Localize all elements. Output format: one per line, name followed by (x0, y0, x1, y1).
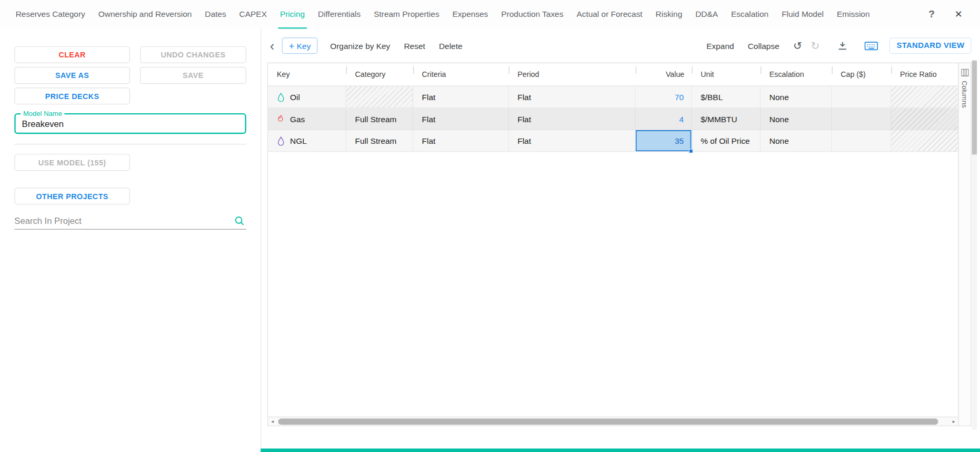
column-header-period[interactable]: Period (509, 63, 636, 86)
cell-value[interactable]: 4 (636, 108, 692, 129)
horizontal-scroll-track[interactable] (277, 417, 949, 426)
grid-row-gas: Gas Full Stream Flat Flat 4 $/MMBTU None (268, 108, 958, 130)
cell-unit[interactable]: $/BBL (692, 86, 761, 107)
tab-risking[interactable]: Risking (650, 0, 688, 29)
search-input[interactable] (14, 212, 246, 229)
cell-price-ratio[interactable] (891, 130, 958, 151)
tab-dates[interactable]: Dates (199, 0, 232, 29)
app-window: Reserves Category Ownership and Reversio… (0, 0, 980, 452)
cell-unit[interactable]: % of Oil Price (692, 130, 761, 151)
tab-expenses[interactable]: Expenses (447, 0, 494, 29)
price-decks-button[interactable]: PRICE DECKS (14, 87, 130, 104)
cell-escalation[interactable]: None (761, 108, 832, 129)
window-controls: ? ✕ (928, 0, 963, 29)
redo-icon[interactable]: ↻ (811, 41, 819, 51)
reset-button[interactable]: Reset (399, 41, 430, 51)
column-header-category[interactable]: Category (346, 63, 413, 86)
close-icon[interactable]: ✕ (955, 9, 963, 20)
standard-view-button[interactable]: STANDARD VIEW (889, 37, 971, 54)
tab-capex[interactable]: CAPEX (234, 0, 273, 29)
other-projects-button[interactable]: OTHER PROJECTS (14, 188, 130, 204)
columns-panel-icon (961, 69, 968, 76)
column-header-escalation[interactable]: Escalation (761, 63, 832, 86)
plus-icon: + (289, 41, 294, 51)
tab-fluid-model[interactable]: Fluid Model (776, 0, 829, 29)
cell-cap[interactable] (832, 130, 892, 151)
cell-period[interactable]: Flat (509, 108, 636, 129)
scroll-right-arrow-icon[interactable]: ▸ (949, 417, 958, 426)
tab-ownership-and-reversion[interactable]: Ownership and Reversion (93, 0, 197, 29)
key-label: NGL (290, 136, 307, 145)
cell-price-ratio[interactable] (891, 108, 958, 129)
cell-criteria[interactable]: Flat (413, 130, 509, 151)
clear-button[interactable]: CLEAR (14, 46, 130, 63)
cell-key[interactable]: Oil (268, 86, 346, 107)
cell-key[interactable]: NGL (268, 130, 346, 151)
organize-by-key-button[interactable]: Organize by Key (325, 41, 395, 51)
tab-dda[interactable]: DD&A (689, 0, 723, 29)
cell-period[interactable]: Flat (509, 86, 636, 107)
ngl-droplet-icon (277, 136, 285, 145)
add-key-label: Key (297, 41, 311, 51)
cell-value[interactable]: 70 (636, 86, 692, 107)
model-name-label: Model Name (21, 110, 65, 117)
cell-escalation[interactable]: None (761, 86, 832, 107)
back-chevron-icon[interactable]: ‹ (270, 39, 274, 52)
expand-button[interactable]: Expand (702, 41, 739, 51)
cell-criteria[interactable]: Flat (413, 86, 509, 107)
vertical-scroll-thumb[interactable] (972, 61, 977, 154)
column-header-key[interactable]: Key (268, 63, 346, 86)
pricing-main: ‹ + Key Organize by Key Reset Delete Exp… (261, 29, 980, 452)
use-model-button[interactable]: USE MODEL (155) (14, 154, 130, 171)
columns-panel-toggle[interactable]: Columns (958, 63, 971, 426)
cell-period[interactable]: Flat (509, 130, 636, 151)
model-name-input[interactable] (22, 119, 239, 129)
cell-price-ratio[interactable] (891, 86, 958, 107)
tab-escalation[interactable]: Escalation (725, 0, 774, 29)
tab-stream-properties[interactable]: Stream Properties (368, 0, 445, 29)
columns-panel-label: Columns (961, 81, 968, 108)
tab-pricing[interactable]: Pricing (274, 0, 311, 29)
column-header-cap[interactable]: Cap ($) (832, 63, 892, 86)
cell-value-selected[interactable]: 35 (636, 130, 692, 151)
cell-criteria[interactable]: Flat (413, 108, 509, 129)
tab-reserves-category[interactable]: Reserves Category (10, 0, 91, 29)
scroll-left-arrow-icon[interactable]: ◂ (268, 417, 277, 426)
pricing-grid: Key Category Criteria Period Value Unit … (267, 63, 971, 426)
cell-escalation[interactable]: None (761, 130, 832, 151)
tab-actual-or-forecast[interactable]: Actual or Forecast (571, 0, 648, 29)
save-button[interactable]: SAVE (140, 67, 246, 84)
tab-production-taxes[interactable]: Production Taxes (496, 0, 569, 29)
tab-differentials[interactable]: Differentials (312, 0, 366, 29)
fill-handle[interactable] (689, 149, 693, 153)
grid-toolbar: ‹ + Key Organize by Key Reset Delete Exp… (270, 37, 971, 54)
search-icon[interactable] (234, 215, 245, 227)
delete-button[interactable]: Delete (434, 41, 467, 51)
column-header-criteria[interactable]: Criteria (413, 63, 509, 86)
cell-category[interactable] (346, 86, 413, 107)
add-key-button[interactable]: + Key (282, 37, 318, 54)
bottom-accent-bar (261, 448, 980, 452)
cell-category[interactable]: Full Stream (346, 108, 413, 129)
collapse-button[interactable]: Collapse (743, 41, 784, 51)
keyboard-icon[interactable] (865, 41, 878, 51)
tab-emission[interactable]: Emission (831, 0, 875, 29)
save-as-button[interactable]: SAVE AS (14, 67, 130, 84)
tabs-nav: Reserves Category Ownership and Reversio… (10, 0, 875, 29)
column-header-unit[interactable]: Unit (692, 63, 761, 86)
column-header-price-ratio[interactable]: Price Ratio (891, 63, 958, 86)
help-icon[interactable]: ? (928, 9, 935, 20)
cell-cap[interactable] (832, 108, 892, 129)
cell-cap[interactable] (832, 86, 892, 107)
column-header-value[interactable]: Value (636, 63, 692, 86)
horizontal-scrollbar[interactable]: ◂ ▸ (268, 417, 958, 426)
export-icon[interactable] (837, 40, 848, 51)
cell-unit[interactable]: $/MMBTU (692, 108, 761, 129)
cell-category[interactable]: Full Stream (346, 130, 413, 151)
horizontal-scroll-thumb[interactable] (278, 418, 938, 425)
oil-droplet-icon (277, 92, 285, 102)
vertical-scrollbar[interactable] (972, 60, 977, 430)
undo-icon[interactable]: ↺ (793, 41, 802, 51)
cell-key[interactable]: Gas (268, 108, 346, 129)
undo-changes-button[interactable]: UNDO CHANGES (140, 46, 246, 63)
